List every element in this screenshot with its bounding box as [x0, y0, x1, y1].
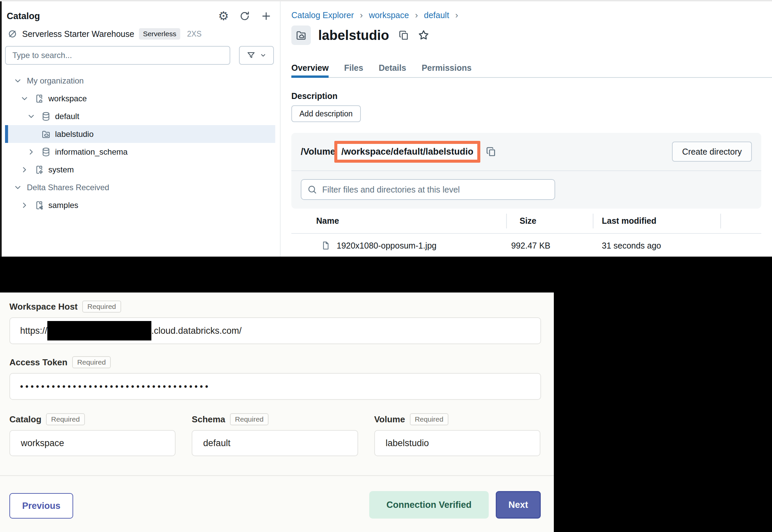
required-badge: Required: [410, 413, 448, 425]
database-icon: [40, 147, 52, 157]
sidebar-item-labelstudio[interactable]: labelstudio: [5, 125, 275, 143]
sidebar-item-system[interactable]: system: [5, 161, 275, 178]
chevron-down-icon: [260, 52, 267, 59]
warehouse-row[interactable]: Serverless Starter Warehouse Serverless …: [7, 28, 202, 40]
file-name[interactable]: 1920x1080-opposum-1.jpg: [337, 241, 436, 251]
create-directory-button[interactable]: Create directory: [672, 142, 752, 162]
catalog-explorer-window: Catalog ⚙ Serverless Starter Warehouse S…: [0, 0, 772, 257]
volume-path-card: /Volumes /workspace/default/labelstudio …: [291, 133, 761, 209]
previous-button[interactable]: Previous: [9, 493, 73, 519]
description-heading: Description: [291, 91, 338, 101]
copy-icon[interactable]: [398, 29, 410, 41]
workspace-host-label: Workspace Host: [9, 302, 78, 312]
catalog-sidebar: Catalog ⚙ Serverless Starter Warehouse S…: [0, 1, 281, 258]
serverless-badge: Serverless: [139, 28, 180, 40]
warehouse-size: 2XS: [187, 30, 201, 39]
sidebar-item-samples[interactable]: samples: [5, 196, 275, 214]
access-token-label: Access Token: [9, 357, 67, 368]
file-last-modified: 31 seconds ago: [593, 241, 720, 251]
required-badge: Required: [72, 356, 111, 368]
tree-item-label: labelstudio: [55, 129, 94, 139]
next-button[interactable]: Next: [496, 491, 541, 519]
tree-item-label: system: [48, 165, 74, 174]
chevron-down-icon[interactable]: [19, 94, 30, 103]
catalog-explorer-main: Catalog Explorer › workspace › default ›…: [281, 1, 772, 258]
volume-path-highlighted: /workspace/default/labelstudio: [334, 141, 480, 163]
tab-details[interactable]: Details: [379, 60, 406, 77]
filter-files-input[interactable]: [301, 179, 555, 200]
refresh-icon[interactable]: [239, 10, 250, 22]
breadcrumb-catalog-explorer[interactable]: Catalog Explorer: [291, 10, 354, 20]
volume-label: Volume: [374, 414, 405, 425]
catalog-gear-icon: [34, 165, 45, 175]
required-badge: Required: [230, 413, 269, 425]
chevron-right-icon[interactable]: [19, 201, 30, 210]
sidebar-item-delta-shares-received[interactable]: Delta Shares Received: [5, 178, 275, 196]
tab-overview[interactable]: Overview: [291, 60, 329, 77]
volume-input[interactable]: [374, 430, 540, 456]
redaction-box: [47, 321, 151, 340]
serverless-slash-icon: [7, 29, 17, 39]
catalog-label: Catalog: [9, 414, 41, 425]
table-header: Name Size Last modified: [291, 209, 761, 234]
host-value-suffix: .cloud.databricks.com/: [151, 326, 242, 336]
catalog-home-icon: [34, 94, 45, 104]
catalog-search-input[interactable]: [5, 46, 230, 65]
column-header-size[interactable]: Size: [506, 216, 593, 226]
chevron-right-icon[interactable]: [26, 148, 37, 156]
access-token-input[interactable]: ••••••••••••••••••••••••••••••••••••: [9, 373, 541, 400]
connection-form: Workspace Host Required https://.cloud.d…: [0, 292, 554, 532]
catalog-share-icon: [34, 200, 45, 210]
chevron-down-icon[interactable]: [12, 76, 23, 85]
host-value-prefix: https://: [20, 326, 47, 336]
sidebar-item-default[interactable]: default: [5, 107, 275, 125]
tree-item-label: My organization: [27, 76, 84, 86]
copy-icon[interactable]: [485, 146, 497, 158]
screenshot-root: Catalog ⚙ Serverless Starter Warehouse S…: [0, 0, 772, 532]
tree-item-label: workspace: [48, 94, 87, 103]
funnel-icon: [246, 51, 256, 60]
add-icon[interactable]: [260, 10, 272, 22]
page-title: labelstudio: [318, 28, 389, 43]
add-description-button[interactable]: Add description: [291, 105, 361, 122]
schema-input[interactable]: [192, 430, 358, 456]
schema-label: Schema: [192, 414, 225, 425]
form-divider: [0, 475, 554, 476]
breadcrumb-default[interactable]: default: [424, 10, 449, 20]
workspace-host-input[interactable]: https://.cloud.databricks.com/: [9, 317, 541, 344]
catalog-input[interactable]: [9, 430, 176, 456]
tree-item-label: samples: [48, 201, 78, 210]
chevron-right-icon[interactable]: [19, 165, 30, 174]
catalog-tree: My organization workspace default: [0, 72, 280, 214]
tree-item-label: default: [55, 112, 79, 121]
tab-bar: Overview Files Details Permissions: [291, 60, 772, 78]
table-row[interactable]: 1920x1080-opposum-1.jpg 992.47 KB 31 sec…: [291, 234, 761, 257]
required-badge: Required: [46, 413, 85, 425]
catalog-panel-title: Catalog: [7, 11, 40, 21]
breadcrumb: Catalog Explorer › workspace › default ›: [291, 10, 458, 20]
column-header-name[interactable]: Name: [291, 216, 506, 226]
gear-icon[interactable]: ⚙: [218, 10, 229, 22]
tab-permissions[interactable]: Permissions: [422, 60, 472, 77]
sidebar-item-workspace[interactable]: workspace: [5, 90, 275, 107]
warehouse-name: Serverless Starter Warehouse: [22, 29, 134, 39]
search-icon: [307, 184, 318, 195]
filter-button[interactable]: [239, 46, 274, 65]
column-header-last-modified[interactable]: Last modified: [593, 216, 720, 226]
sidebar-item-my-organization[interactable]: My organization: [5, 72, 275, 90]
file-icon: [321, 241, 331, 251]
tab-files[interactable]: Files: [344, 60, 363, 77]
black-band: [0, 257, 772, 292]
star-icon[interactable]: [417, 29, 430, 42]
chevron-down-icon[interactable]: [12, 183, 23, 192]
connection-form-section: Workspace Host Required https://.cloud.d…: [0, 292, 772, 532]
chevron-down-icon[interactable]: [26, 112, 37, 121]
volume-icon: [40, 129, 52, 139]
sidebar-item-information-schema[interactable]: information_schema: [5, 143, 275, 161]
breadcrumb-separator: ›: [360, 10, 363, 20]
database-icon: [40, 111, 52, 121]
tree-item-label: Delta Shares Received: [27, 183, 109, 192]
breadcrumb-workspace[interactable]: workspace: [369, 10, 409, 20]
black-region: [554, 292, 772, 532]
required-badge: Required: [82, 301, 121, 313]
